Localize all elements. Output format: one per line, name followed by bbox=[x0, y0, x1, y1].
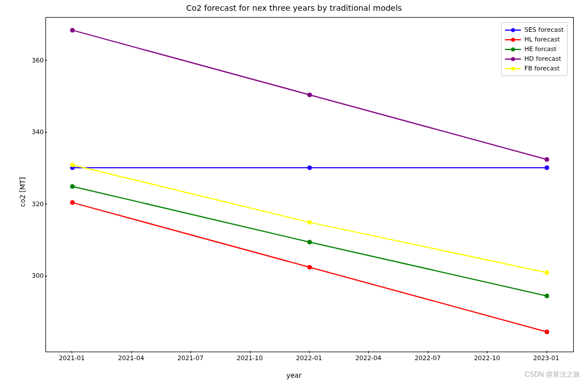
series-marker bbox=[70, 28, 74, 32]
x-tick: 2021-10 bbox=[237, 354, 263, 362]
legend-item: SES forecast bbox=[505, 25, 564, 35]
series-marker bbox=[307, 240, 312, 244]
legend-swatch bbox=[505, 27, 521, 34]
legend-swatch bbox=[505, 56, 521, 62]
series-marker bbox=[545, 329, 549, 334]
chart-svg bbox=[46, 18, 573, 352]
series-marker bbox=[307, 93, 312, 97]
legend-item: HE forcast bbox=[505, 44, 564, 54]
series-marker bbox=[545, 165, 549, 170]
plot-area: SES forecastHL forecastHE forcastHD fore… bbox=[45, 17, 574, 352]
series-marker bbox=[545, 157, 549, 162]
series-marker bbox=[70, 184, 74, 189]
legend-label: HD forecast bbox=[524, 55, 561, 62]
legend-item: FB forecast bbox=[505, 64, 564, 73]
x-axis-label: year bbox=[0, 372, 588, 379]
legend-item: HL forecast bbox=[505, 35, 564, 44]
x-tick: 2021-04 bbox=[118, 354, 144, 362]
x-tick: 2022-10 bbox=[474, 354, 500, 362]
legend-label: HL forecast bbox=[524, 36, 560, 43]
legend-swatch bbox=[505, 46, 521, 53]
y-tick: 340 bbox=[15, 128, 44, 136]
x-tick: 2023-01 bbox=[533, 354, 560, 362]
x-tick: 2022-04 bbox=[355, 354, 381, 362]
series-marker bbox=[545, 270, 549, 275]
series-marker bbox=[70, 162, 74, 167]
legend-swatch bbox=[505, 36, 521, 43]
legend-label: SES forecast bbox=[524, 26, 564, 34]
legend-swatch bbox=[505, 65, 521, 72]
y-tick: 300 bbox=[15, 272, 44, 279]
legend-item: HD forecast bbox=[505, 54, 564, 64]
series-marker bbox=[307, 165, 312, 170]
x-tick: 2022-01 bbox=[296, 354, 322, 362]
legend: SES forecastHL forecastHE forcastHD fore… bbox=[501, 22, 568, 76]
series-marker bbox=[545, 294, 549, 298]
y-tick: 320 bbox=[15, 200, 44, 207]
series-marker bbox=[307, 220, 312, 224]
legend-label: HE forcast bbox=[524, 45, 556, 53]
series-line bbox=[72, 165, 547, 273]
y-tick: 360 bbox=[15, 56, 44, 64]
chart-title: Co2 forecast for nex three years by trad… bbox=[0, 3, 588, 12]
watermark: CSDN @算法之旅 bbox=[524, 370, 580, 379]
series-marker bbox=[307, 265, 312, 269]
legend-label: FB forecast bbox=[524, 65, 560, 72]
series-marker bbox=[70, 201, 74, 205]
x-tick: 2021-07 bbox=[177, 354, 203, 362]
x-tick: 2021-01 bbox=[59, 354, 85, 362]
x-tick: 2022-07 bbox=[415, 354, 441, 362]
